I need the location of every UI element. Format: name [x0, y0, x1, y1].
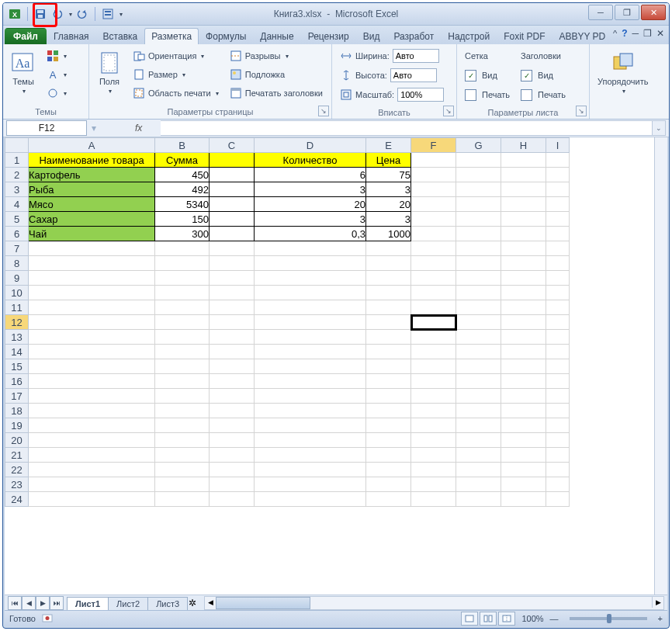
- cell[interactable]: [255, 330, 366, 345]
- cell[interactable]: [255, 448, 366, 463]
- breaks-button[interactable]: Разрывы▾: [227, 47, 326, 64]
- cell[interactable]: [501, 463, 546, 477]
- cell[interactable]: [29, 271, 155, 286]
- cell[interactable]: [546, 330, 570, 345]
- row-header[interactable]: 13: [5, 330, 29, 345]
- hscroll-thumb[interactable]: [216, 597, 310, 609]
- cell[interactable]: [210, 271, 255, 286]
- cell[interactable]: [210, 212, 255, 227]
- macro-record-icon[interactable]: [42, 612, 53, 625]
- cell[interactable]: [210, 433, 255, 448]
- sheet-nav-first[interactable]: ⏮: [8, 596, 22, 610]
- gridlines-view-check[interactable]: ✓Вид: [462, 67, 513, 84]
- cell[interactable]: [29, 477, 155, 492]
- cell[interactable]: 1000: [366, 227, 411, 241]
- cell[interactable]: [546, 345, 570, 359]
- cell[interactable]: [366, 345, 411, 359]
- cell[interactable]: [366, 433, 411, 448]
- cell[interactable]: [411, 477, 456, 492]
- cell[interactable]: [546, 300, 570, 315]
- doc-close-icon[interactable]: ✕: [656, 28, 664, 39]
- cell[interactable]: [456, 404, 501, 418]
- cell[interactable]: [546, 271, 570, 286]
- cell[interactable]: [411, 227, 456, 241]
- name-box[interactable]: F12: [6, 120, 87, 136]
- cell[interactable]: [501, 389, 546, 404]
- row-header[interactable]: 4: [5, 197, 29, 212]
- cell[interactable]: [155, 448, 210, 463]
- cell[interactable]: [210, 168, 255, 182]
- cell[interactable]: [456, 492, 501, 507]
- cell[interactable]: [29, 374, 155, 389]
- row-header[interactable]: 7: [5, 241, 29, 256]
- cell[interactable]: [501, 153, 546, 168]
- view-pagelayout-button[interactable]: [480, 612, 497, 626]
- cell[interactable]: Мясо: [29, 197, 155, 212]
- row-header[interactable]: 22: [5, 463, 29, 477]
- col-header[interactable]: D: [255, 138, 366, 153]
- cell[interactable]: [255, 345, 366, 359]
- view-pagebreak-button[interactable]: [498, 612, 515, 626]
- cell[interactable]: [255, 463, 366, 477]
- cell[interactable]: [501, 241, 546, 256]
- background-button[interactable]: Подложка: [227, 66, 326, 83]
- close-button[interactable]: ✕: [641, 5, 666, 20]
- cell[interactable]: [255, 492, 366, 507]
- tab-формулы[interactable]: Формулы: [199, 28, 253, 44]
- row-header[interactable]: 21: [5, 448, 29, 463]
- row-header[interactable]: 16: [5, 374, 29, 389]
- row-header[interactable]: 24: [5, 492, 29, 507]
- cell[interactable]: [411, 197, 456, 212]
- theme-colors-button[interactable]: ▾: [43, 47, 70, 64]
- cell[interactable]: [366, 315, 411, 330]
- formula-expand[interactable]: ⌄: [653, 120, 666, 136]
- cell[interactable]: [411, 345, 456, 359]
- cell[interactable]: [456, 374, 501, 389]
- view-normal-button[interactable]: [461, 612, 478, 626]
- tab-данные[interactable]: Данные: [253, 28, 300, 44]
- tab-разработ[interactable]: Разработ: [386, 28, 441, 44]
- cell[interactable]: [411, 271, 456, 286]
- cell[interactable]: [210, 315, 255, 330]
- cell[interactable]: [411, 330, 456, 345]
- ribbon-minimize-icon[interactable]: ^: [613, 29, 617, 38]
- cell[interactable]: [501, 433, 546, 448]
- cell[interactable]: [366, 241, 411, 256]
- cell[interactable]: [411, 463, 456, 477]
- cell[interactable]: [29, 241, 155, 256]
- save-icon[interactable]: [33, 7, 47, 21]
- row-header[interactable]: 23: [5, 477, 29, 492]
- cell[interactable]: [411, 256, 456, 271]
- cell[interactable]: [456, 345, 501, 359]
- row-header[interactable]: 5: [5, 212, 29, 227]
- sheet-tab[interactable]: Лист1: [67, 597, 109, 610]
- cell[interactable]: [456, 477, 501, 492]
- cell[interactable]: [501, 315, 546, 330]
- cell[interactable]: [411, 433, 456, 448]
- theme-fonts-button[interactable]: A▾: [43, 66, 70, 83]
- cell[interactable]: [155, 359, 210, 374]
- fit-launcher[interactable]: ↘: [443, 106, 454, 116]
- col-header[interactable]: G: [456, 138, 501, 153]
- cell[interactable]: [155, 330, 210, 345]
- cell[interactable]: [366, 330, 411, 345]
- row-header[interactable]: 18: [5, 404, 29, 418]
- cell[interactable]: Количество: [255, 153, 366, 168]
- tab-abbyy pd[interactable]: ABBYY PD: [552, 28, 612, 44]
- cell[interactable]: Рыба: [29, 182, 155, 197]
- cell[interactable]: 3: [255, 212, 366, 227]
- scale-field[interactable]: [397, 88, 444, 102]
- cell[interactable]: [210, 241, 255, 256]
- cell[interactable]: [29, 286, 155, 300]
- qat-custom-icon[interactable]: [101, 7, 115, 21]
- cell[interactable]: [255, 359, 366, 374]
- cell[interactable]: [456, 197, 501, 212]
- zoom-slider[interactable]: [570, 617, 647, 620]
- cell[interactable]: [210, 330, 255, 345]
- cell[interactable]: [29, 463, 155, 477]
- cell[interactable]: [501, 374, 546, 389]
- row-header[interactable]: 14: [5, 345, 29, 359]
- cell[interactable]: [501, 227, 546, 241]
- cell[interactable]: [456, 241, 501, 256]
- orientation-button[interactable]: Ориентация▾: [130, 47, 222, 64]
